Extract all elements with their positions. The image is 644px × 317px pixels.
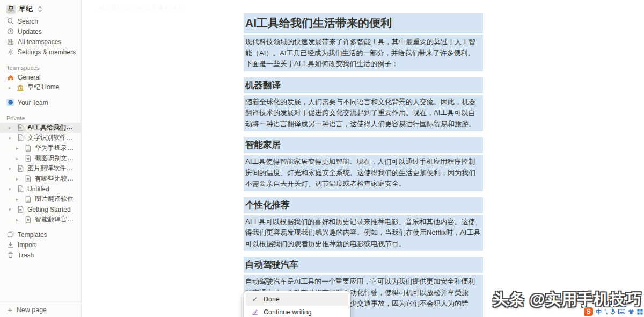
- teamspace-label: 早纪 Home: [27, 83, 59, 92]
- import-icon: [6, 241, 14, 249]
- chevron-right-icon[interactable]: ▸: [14, 197, 20, 202]
- page-icon: [24, 195, 32, 203]
- teamspace-label: General: [18, 74, 41, 81]
- sidebar-item-label: Import: [18, 241, 36, 249]
- templates-icon: [6, 230, 14, 239]
- chevron-down-icon[interactable]: ▾: [6, 135, 13, 141]
- sidebar-item-label: Trash: [18, 251, 34, 259]
- page-label: 截图识别文字软件有哪...: [35, 154, 77, 163]
- gear-icon: [6, 48, 14, 56]
- sidebar-page-item[interactable]: ▾ 文字识别软件有哪些: [0, 133, 81, 143]
- menu-item-label: Done: [264, 296, 280, 303]
- sidebar-page-item[interactable]: ▾ 图片翻译软件有哪些: [0, 163, 81, 174]
- search-icon: [6, 17, 14, 25]
- classical-building-icon: [16, 83, 24, 91]
- ime-punctuation-icon[interactable]: ’,: [604, 308, 608, 315]
- sidebar-item-label: All teamspaces: [18, 38, 61, 46]
- toolbox-grid-icon[interactable]: [637, 309, 643, 315]
- doc-paragraph[interactable]: AI工具使得智能家居变得更加智能。现在，人们可以通过手机应用程序控制房间的温度、…: [244, 155, 483, 191]
- ime-mode-chinese[interactable]: 中: [596, 308, 602, 316]
- chevron-updown-icon: [36, 5, 44, 13]
- sidebar-item-all-teamspaces[interactable]: All teamspaces: [0, 37, 81, 47]
- doc-heading[interactable]: 个性化推荐: [244, 197, 483, 213]
- breadcrumb[interactable]: AI工具给我们生活带来的便利: [98, 4, 185, 13]
- sidebar-page-item[interactable]: ▸ 截图识别文字软件有哪...: [0, 153, 81, 163]
- team-avatar: [6, 98, 14, 106]
- doc-heading[interactable]: 智能家居: [244, 137, 483, 153]
- teamspace-label: Your Team: [18, 99, 48, 106]
- page-label: AI工具给我们生活带来的...: [27, 123, 77, 132]
- page-label: 图片翻译软件有哪些: [27, 164, 77, 173]
- chevron-down-icon[interactable]: ▾: [6, 166, 13, 171]
- doc-paragraph[interactable]: AI工具可以根据我们的喜好和历史记录来推荐电影、音乐和其他内容。这使得我们更容易…: [244, 215, 483, 251]
- microphone-icon[interactable]: [610, 308, 616, 315]
- sidebar-teamspace-home[interactable]: ▸ 早纪 Home: [0, 82, 81, 92]
- sidebar-page-item[interactable]: ▸ 有哪些比较好用的文字...: [0, 174, 81, 184]
- chevron-right-icon[interactable]: ▸: [6, 85, 13, 90]
- sidebar-page-item[interactable]: ▸ 智能翻译官APP: [0, 214, 81, 225]
- page-label: Untitled: [27, 185, 49, 193]
- sidebar-item-trash[interactable]: Trash: [0, 250, 81, 260]
- workspace-switcher[interactable]: 早 早纪: [0, 3, 81, 16]
- sogou-logo-icon[interactable]: S: [584, 307, 593, 316]
- page-icon: [24, 144, 32, 152]
- building-icon: [6, 38, 14, 46]
- sidebar-item-templates[interactable]: Templates: [0, 229, 81, 240]
- page-label: 文字识别软件有哪些: [27, 133, 77, 142]
- page-title[interactable]: AI工具给我们生活带来的便利: [244, 13, 483, 33]
- skin-shirt-icon[interactable]: [628, 309, 634, 315]
- chevron-down-icon[interactable]: ▾: [6, 207, 13, 212]
- sidebar-teamspace-general[interactable]: General: [0, 72, 81, 82]
- menu-item-done[interactable]: ✓ Done: [246, 293, 348, 306]
- sidebar-page-item[interactable]: ▸ AI工具给我们生活带来的...: [0, 123, 81, 133]
- doc-heading[interactable]: 机器翻译: [244, 77, 483, 93]
- page-label: 有哪些比较好用的文字...: [35, 174, 77, 183]
- doc-heading[interactable]: 自动驾驶汽车: [244, 257, 483, 273]
- workspace-name: 早纪: [19, 4, 33, 14]
- home-icon: [6, 73, 14, 81]
- page-label: 图片翻译软件: [35, 194, 74, 204]
- sidebar-teamspace-your-team[interactable]: Your Team: [0, 97, 81, 107]
- page-icon: [16, 164, 24, 172]
- page-icon: [24, 215, 32, 224]
- menu-item-label: Continue writing: [264, 308, 312, 316]
- page-icon: [24, 175, 32, 183]
- menu-item-continue-writing[interactable]: Continue writing: [246, 306, 348, 317]
- notion-app: 早 早纪 Search Updates All teamspaces: [0, 0, 644, 317]
- chevron-right-icon[interactable]: ▸: [14, 217, 20, 222]
- page-label: 智能翻译官APP: [35, 215, 77, 224]
- sidebar-page-item[interactable]: ▸ 图片翻译软件: [0, 194, 81, 204]
- sidebar-item-search[interactable]: Search: [0, 16, 81, 26]
- private-header: Private: [0, 113, 81, 123]
- sidebar-item-label: Updates: [18, 28, 42, 35]
- main-content: AI工具给我们生活带来的便利 AI工具给我们生活带来的便利 现代科技领域的快速发…: [82, 0, 644, 317]
- sidebar-item-label: Templates: [18, 231, 47, 239]
- ai-action-menu: ✓ Done Continue writing Make longer: [244, 291, 350, 317]
- sidebar-item-settings[interactable]: Settings & members: [0, 47, 81, 57]
- chevron-right-icon[interactable]: ▸: [14, 146, 20, 151]
- sidebar-page-item[interactable]: ▾ Untitled: [0, 184, 81, 194]
- page-label: Getting Started: [27, 206, 71, 213]
- ime-toolbar: S 中 ’,: [583, 307, 644, 316]
- new-page-label: New page: [17, 306, 47, 314]
- page-label: 华为手机录屏如何只录...: [35, 143, 77, 153]
- chevron-right-icon[interactable]: ▸: [14, 156, 20, 161]
- sidebar-item-updates[interactable]: Updates: [0, 26, 81, 37]
- page-icon: [16, 124, 24, 132]
- chevron-down-icon[interactable]: ▾: [6, 186, 13, 192]
- doc-paragraph[interactable]: 现代科技领域的快速发展带来了许多智能工具，其中最重要的莫过于人工智能（AI）。A…: [244, 35, 483, 71]
- page-icon: [16, 185, 24, 193]
- page-icon: [24, 154, 32, 162]
- keyboard-icon[interactable]: [618, 309, 625, 314]
- chevron-right-icon[interactable]: ▸: [6, 125, 13, 131]
- plus-icon: +: [8, 305, 12, 314]
- sidebar-page-item[interactable]: ▾ Getting Started: [0, 204, 81, 214]
- sidebar-item-label: Settings & members: [18, 48, 76, 56]
- doc-paragraph[interactable]: 随着全球化的发展，人们需要与不同语言和文化背景的人交流。因此，机器翻译技术的发展…: [244, 95, 483, 132]
- chevron-right-icon[interactable]: ▸: [14, 176, 20, 182]
- sidebar-item-import[interactable]: Import: [0, 240, 81, 250]
- sidebar-page-item[interactable]: ▸ 华为手机录屏如何只录...: [0, 143, 81, 153]
- new-page-button[interactable]: + New page: [0, 302, 81, 317]
- sidebar-item-label: Search: [18, 18, 38, 25]
- clock-icon: [6, 27, 14, 35]
